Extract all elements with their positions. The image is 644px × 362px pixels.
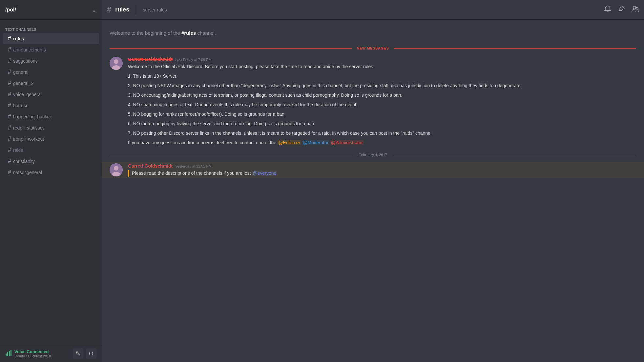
mention-moderator[interactable]: @Moderator	[302, 140, 329, 145]
hash-icon: #	[8, 135, 11, 142]
message-paragraph-6: 6. NO mute-dodging by leaving the server…	[128, 120, 636, 127]
svg-point-5	[636, 7, 638, 9]
sidebar-item-announcements[interactable]: # announcements	[3, 44, 99, 55]
message-header-1: Garrett Goldschmidt Last Friday at 7:09 …	[128, 57, 636, 62]
bell-icon[interactable]	[604, 5, 611, 14]
hash-icon: #	[8, 46, 11, 53]
main-content: # rules server rules	[102, 0, 644, 362]
channel-name-natsocgeneral: natsocgeneral	[13, 170, 42, 175]
hash-icon: #	[8, 80, 11, 87]
footer-text: If you have any questions and/or concern…	[128, 140, 278, 145]
channel-header: # rules server rules	[102, 0, 644, 20]
message-footer: If you have any questions and/or concern…	[128, 139, 636, 146]
date-divider: February 4, 2017	[110, 153, 636, 157]
sidebar-item-christianity[interactable]: # christianity	[3, 156, 99, 167]
channel-header-divider	[136, 5, 136, 14]
channel-name-suggestions: suggestions	[13, 58, 38, 64]
new-messages-divider: NEW MESSAGES	[110, 46, 636, 50]
message-paragraph-2: 2. NO posting NSFW images in any channel…	[128, 82, 636, 89]
message-author-2: Garrett Goldschmidt	[128, 163, 173, 169]
voice-channel-name: Comfy / Cuckfest 2018	[14, 354, 70, 358]
channel-name-ironpill-workout: ironpill-workout	[13, 136, 44, 142]
chevron-down-icon: ⌄	[92, 6, 96, 13]
channel-header-topic: server rules	[143, 7, 167, 12]
sidebar-item-general[interactable]: # general	[3, 67, 99, 77]
sidebar-item-voice-general[interactable]: # voice_general	[3, 89, 99, 100]
message-paragraph-3: 3. NO encouraging/aiding/abetting acts o…	[128, 92, 636, 99]
sidebar-item-raids[interactable]: # raids	[3, 145, 99, 155]
message-group-2: Garrett Goldschmidt Yesterday at 11:51 P…	[102, 162, 644, 178]
sidebar-item-happening-bunker[interactable]: # happening_bunker	[3, 111, 99, 122]
channel-name-bot-use: bot-use	[13, 103, 29, 108]
channel-name-voice-general: voice_general	[13, 92, 42, 97]
message-group-1: Garrett Goldschmidt Last Friday at 7:09 …	[102, 55, 644, 148]
sidebar-item-general2[interactable]: # general_2	[3, 78, 99, 89]
date-divider-line-left	[110, 155, 353, 155]
hash-icon: #	[8, 124, 11, 131]
channel-name-general: general	[13, 70, 29, 75]
sidebar-item-rules[interactable]: # rules	[3, 33, 99, 44]
voice-disconnect-button[interactable]	[73, 348, 83, 359]
svg-rect-0	[6, 353, 7, 356]
sidebar: /pol/ ⌄ TEXT CHANNELS # rules # announce…	[0, 0, 102, 362]
hash-icon: #	[8, 57, 11, 64]
voice-connected-bar: Voice Connected Comfy / Cuckfest 2018	[0, 345, 102, 362]
text-channels-label: TEXT CHANNELS	[0, 22, 102, 33]
channel-header-icons	[604, 5, 639, 14]
message-paragraph-1: 1. This is an 18+ Server.	[128, 73, 636, 80]
mention-administrator[interactable]: @Administrator	[330, 140, 364, 145]
message-content-1: Garrett Goldschmidt Last Friday at 7:09 …	[128, 57, 636, 146]
message-paragraph-4: 4. NO spamming images or text. During ev…	[128, 101, 636, 108]
channel-header-hash: #	[107, 5, 111, 14]
messages-area[interactable]: Welcome to the beginning of the #rules c…	[102, 20, 644, 362]
server-header[interactable]: /pol/ ⌄	[0, 0, 102, 20]
channel-name-redpill-statistics: redpill-statistics	[13, 125, 45, 131]
message-author-1: Garrett Goldschmidt	[128, 57, 173, 62]
pin-icon[interactable]	[618, 5, 625, 14]
date-divider-label: February 4, 2017	[359, 153, 387, 157]
message-paragraph-7: 7. NO posting other Discord server links…	[128, 130, 636, 137]
new-messages-line-right	[394, 48, 636, 49]
channel-name-general2: general_2	[13, 81, 33, 86]
svg-rect-2	[9, 351, 10, 356]
sidebar-item-suggestions[interactable]: # suggestions	[3, 55, 99, 66]
voice-settings-button[interactable]	[86, 348, 96, 359]
sidebar-item-bot-use[interactable]: # bot-use	[3, 100, 99, 111]
svg-point-7	[114, 59, 118, 64]
hash-icon: #	[8, 35, 11, 42]
message-text-1: Welcome to the Official /Pol/ Discord! B…	[128, 63, 636, 146]
voice-connected-label: Voice Connected	[14, 349, 70, 354]
channel-name-raids: raids	[13, 148, 23, 153]
message-with-bar: Please read the descriptions of the chan…	[128, 170, 636, 177]
channel-mention: #rules	[181, 30, 196, 36]
message-timestamp-1: Last Friday at 7:09 PM	[175, 58, 212, 62]
hash-icon: #	[8, 113, 11, 120]
mention-enforcer[interactable]: @Enforcer	[278, 140, 301, 145]
sidebar-item-ironpill-workout[interactable]: # ironpill-workout	[3, 133, 99, 144]
members-icon[interactable]	[632, 5, 639, 14]
message-text-2: Please read the descriptions of the chan…	[128, 170, 636, 177]
channel-start-message: Welcome to the beginning of the #rules c…	[102, 25, 644, 41]
mention-everyone[interactable]: @everyone	[252, 171, 277, 176]
date-divider-line-right	[392, 155, 636, 155]
voice-info: Voice Connected Comfy / Cuckfest 2018	[14, 349, 70, 358]
server-name: /pol/	[5, 7, 16, 13]
avatar-2	[110, 163, 123, 176]
channel-name-happening-bunker: happening_bunker	[13, 114, 51, 119]
sidebar-item-redpill-statistics[interactable]: # redpill-statistics	[3, 122, 99, 133]
svg-rect-3	[10, 350, 11, 356]
message-paragraph-0: Welcome to the Official /Pol/ Discord! B…	[128, 63, 636, 70]
hash-icon: #	[8, 147, 11, 153]
sidebar-item-natsocgeneral[interactable]: # natsocgeneral	[3, 167, 99, 178]
new-messages-line-left	[110, 48, 352, 49]
hash-icon: #	[8, 69, 11, 75]
voice-actions	[73, 348, 96, 359]
channel-name-rules: rules	[13, 36, 24, 41]
message-header-2: Garrett Goldschmidt Yesterday at 11:51 P…	[128, 163, 636, 169]
channel-header-name: rules	[115, 6, 129, 13]
hash-icon: #	[8, 169, 11, 176]
message-paragraph-msg2: Please read the descriptions of the chan…	[132, 170, 277, 177]
channel-name-christianity: christianity	[13, 159, 35, 164]
svg-point-10	[114, 166, 118, 171]
svg-rect-1	[7, 352, 8, 356]
